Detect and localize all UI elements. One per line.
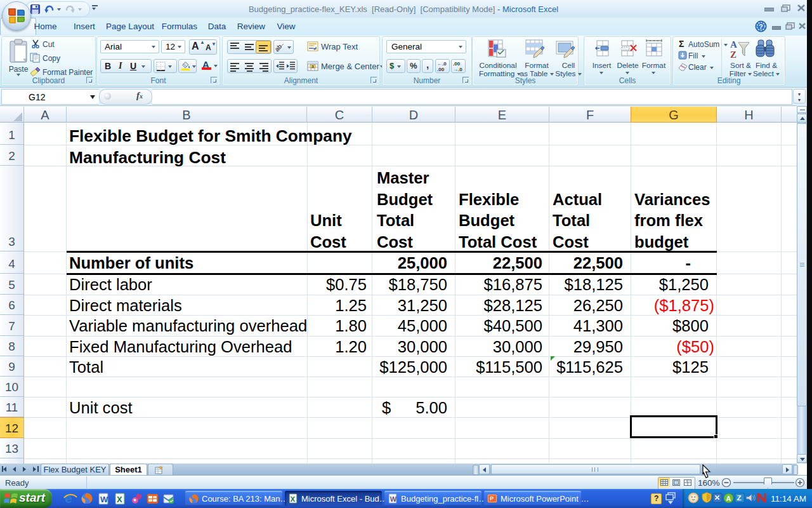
- svg-text:Z: Z: [737, 494, 742, 502]
- svg-text:A: A: [726, 495, 731, 502]
- svg-text:?: ?: [759, 23, 763, 30]
- svg-text:W: W: [100, 495, 108, 504]
- svg-text:e: e: [65, 491, 72, 505]
- svg-text:a: a: [311, 64, 314, 69]
- svg-text:A: A: [730, 39, 737, 50]
- svg-text:Z: Z: [730, 50, 737, 59]
- svg-text:ab: ab: [275, 43, 284, 52]
- svg-text:X: X: [117, 495, 122, 504]
- svg-text:W: W: [390, 495, 397, 503]
- svg-text:P: P: [490, 495, 494, 502]
- svg-text:X: X: [291, 495, 296, 503]
